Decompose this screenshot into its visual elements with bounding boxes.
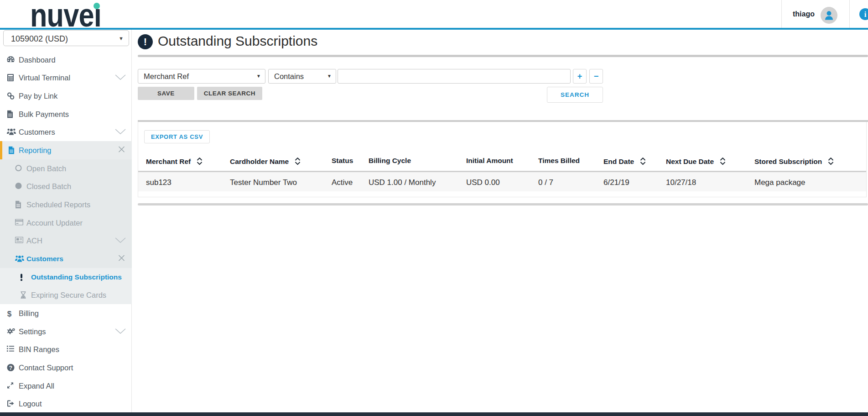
- svg-text:?: ?: [9, 364, 12, 371]
- svg-text:i: i: [864, 10, 867, 19]
- svg-text:$: $: [7, 310, 12, 318]
